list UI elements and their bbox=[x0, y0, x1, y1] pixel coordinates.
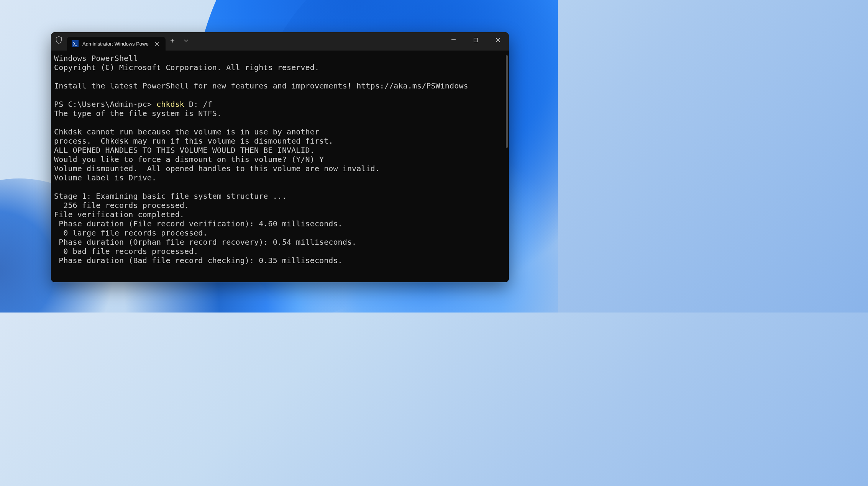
terminal-body[interactable]: Windows PowerShell Copyright (C) Microso… bbox=[51, 51, 509, 282]
titlebar[interactable]: Administrator: Windows Powe bbox=[51, 32, 509, 51]
tab-close-button[interactable] bbox=[153, 39, 162, 48]
tab-title: Administrator: Windows Powe bbox=[82, 41, 149, 47]
tab-dropdown-button[interactable] bbox=[179, 34, 193, 47]
close-button[interactable] bbox=[487, 32, 509, 47]
admin-shield-icon bbox=[51, 32, 66, 51]
powershell-icon bbox=[72, 40, 79, 47]
svg-rect-2 bbox=[474, 38, 477, 42]
tab[interactable]: Administrator: Windows Powe bbox=[67, 37, 166, 51]
terminal-output[interactable]: Windows PowerShell Copyright (C) Microso… bbox=[54, 54, 506, 265]
minimize-button[interactable] bbox=[442, 32, 464, 47]
maximize-button[interactable] bbox=[464, 32, 487, 47]
terminal-window: Administrator: Windows Powe bbox=[51, 32, 509, 282]
new-tab-button[interactable] bbox=[166, 34, 179, 47]
svg-rect-1 bbox=[451, 39, 456, 40]
scrollbar[interactable] bbox=[506, 55, 508, 148]
